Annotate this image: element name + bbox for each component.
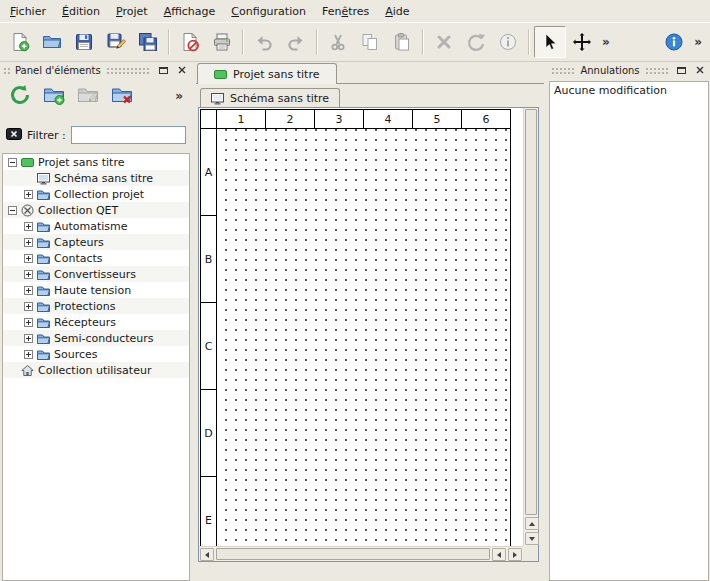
main-area: Panel d'éléments » — [0, 62, 710, 581]
menu-fenetres[interactable]: Fenêtres — [314, 2, 377, 21]
toolbar-overflow-button[interactable]: » — [598, 35, 614, 49]
rotate-button — [460, 26, 492, 58]
tree-item-capteurs[interactable]: Capteurs — [3, 234, 189, 250]
menu-fichier[interactable]: Fichier — [2, 2, 54, 21]
toolbar-separator — [242, 29, 244, 55]
float-window-icon — [159, 64, 168, 77]
tree-item-label: Sources — [54, 348, 98, 361]
drawing-canvas[interactable] — [216, 128, 511, 546]
filter-input[interactable] — [71, 126, 186, 144]
dock-close-button[interactable] — [693, 64, 707, 78]
close-icon — [178, 64, 186, 77]
elements-toolbar-overflow-button[interactable]: » — [171, 89, 187, 103]
about-button[interactable] — [658, 26, 690, 58]
menu-configuration[interactable]: Configuration — [223, 2, 314, 21]
menu-projet[interactable]: Projet — [108, 2, 156, 21]
save-all-button[interactable] — [132, 26, 164, 58]
horizontal-scroll-thumb[interactable] — [216, 548, 490, 560]
expand-expander-icon[interactable] — [24, 238, 33, 247]
scroll-right-button[interactable] — [508, 548, 522, 561]
horizontal-scrollbar[interactable] — [199, 546, 523, 561]
sheet-body: A B C D E — [200, 128, 511, 546]
undo-history-item[interactable]: Aucune modification — [550, 82, 708, 99]
ruler-row-label: B — [200, 215, 217, 303]
tree-item-convertisseurs[interactable]: Convertisseurs — [3, 266, 189, 282]
dock-grip[interactable] — [3, 67, 10, 75]
menu-aide[interactable]: Aide — [377, 2, 417, 21]
delete-element-icon — [111, 84, 133, 109]
save-as-button[interactable] — [100, 26, 132, 58]
tree-item-collection-utilisateur[interactable]: Collection utilisateur — [3, 362, 189, 378]
toolbar-overflow-button-2[interactable]: » — [690, 35, 706, 49]
project-tab-label: Projet sans titre — [233, 68, 320, 81]
menu-affichage[interactable]: Affichage — [156, 2, 224, 21]
tree-item-haute-tension[interactable]: Haute tension — [3, 282, 189, 298]
expand-expander-icon[interactable] — [24, 318, 33, 327]
save-button[interactable] — [68, 26, 100, 58]
undo-icon — [254, 32, 274, 52]
collapse-expander-icon[interactable] — [8, 158, 17, 167]
arrow-left-icon — [497, 552, 501, 558]
scroll-up-button[interactable] — [525, 517, 539, 530]
main-toolbar: » » — [0, 22, 710, 62]
tree-item-protections[interactable]: Protections — [3, 298, 189, 314]
dock-grip[interactable] — [645, 67, 669, 75]
new-element-button[interactable] — [39, 82, 69, 110]
elements-panel-toolbar: » — [0, 79, 192, 113]
dock-grip[interactable] — [551, 67, 575, 75]
clear-filter-icon[interactable] — [6, 126, 22, 145]
collapse-expander-icon[interactable] — [8, 206, 17, 215]
delete-element-button[interactable] — [107, 82, 137, 110]
tree-item-automatisme[interactable]: Automatisme — [3, 218, 189, 234]
tree-item-label: Capteurs — [54, 236, 104, 249]
tree-item-label: Schéma sans titre — [54, 172, 153, 185]
expand-expander-icon[interactable] — [24, 286, 33, 295]
rotate-icon — [466, 32, 486, 52]
dock-grip[interactable] — [106, 67, 151, 75]
ruler-row-label: A — [200, 128, 217, 216]
close-file-button[interactable] — [174, 26, 206, 58]
tree-item-collection-qet[interactable]: Collection QET — [3, 202, 189, 218]
annulations-header[interactable]: Annulations — [548, 62, 710, 79]
dock-float-button[interactable] — [156, 64, 170, 78]
expand-expander-icon[interactable] — [24, 334, 33, 343]
tree-item-sources[interactable]: Sources — [3, 346, 189, 362]
menu-edition[interactable]: Édition — [54, 2, 108, 21]
tree-item-contacts[interactable]: Contacts — [3, 250, 189, 266]
schema-viewport[interactable]: 1 2 3 4 5 6 A B C — [199, 108, 523, 546]
vertical-scrollbar[interactable] — [523, 108, 538, 546]
delete-button — [428, 26, 460, 58]
tree-item-collection-projet[interactable]: Collection projet — [3, 186, 189, 202]
scroll-left-button-end[interactable] — [492, 548, 506, 561]
print-button[interactable] — [206, 26, 238, 58]
tree-item-recepteurs[interactable]: Récepteurs — [3, 314, 189, 330]
tree-item-schema[interactable]: Schéma sans titre — [3, 170, 189, 186]
open-project-button[interactable] — [36, 26, 68, 58]
scroll-down-button[interactable] — [525, 532, 539, 545]
tree-item-label: Collection projet — [54, 188, 144, 201]
expand-expander-icon[interactable] — [24, 222, 33, 231]
dock-float-button[interactable] — [674, 64, 688, 78]
expand-expander-icon[interactable] — [24, 190, 33, 199]
tab-schema-sans-titre[interactable]: Schéma sans titre — [200, 88, 340, 108]
cut-icon — [328, 32, 348, 52]
new-document-button[interactable] — [4, 26, 36, 58]
elements-panel-header[interactable]: Panel d'éléments — [0, 62, 192, 79]
tree-item-semi-conducteurs[interactable]: Semi-conducteurs — [3, 330, 189, 346]
expand-expander-icon[interactable] — [24, 302, 33, 311]
folder-icon — [37, 188, 50, 201]
select-tool-button[interactable] — [534, 26, 566, 58]
tree-item-label: Récepteurs — [54, 316, 116, 329]
expand-expander-icon[interactable] — [24, 350, 33, 359]
scroll-left-button[interactable] — [200, 548, 214, 561]
expand-expander-icon[interactable] — [24, 270, 33, 279]
pan-tool-button[interactable] — [566, 26, 598, 58]
dock-close-button[interactable] — [175, 64, 189, 78]
ruler-row-label: E — [200, 476, 217, 546]
tab-projet-sans-titre[interactable]: Projet sans titre — [197, 63, 337, 84]
reload-collections-button[interactable] — [5, 82, 35, 110]
expand-expander-icon[interactable] — [24, 254, 33, 263]
tree-item-project[interactable]: Projet sans titre — [3, 154, 189, 170]
vertical-scroll-thumb[interactable] — [525, 109, 537, 515]
project-icon — [214, 68, 227, 81]
